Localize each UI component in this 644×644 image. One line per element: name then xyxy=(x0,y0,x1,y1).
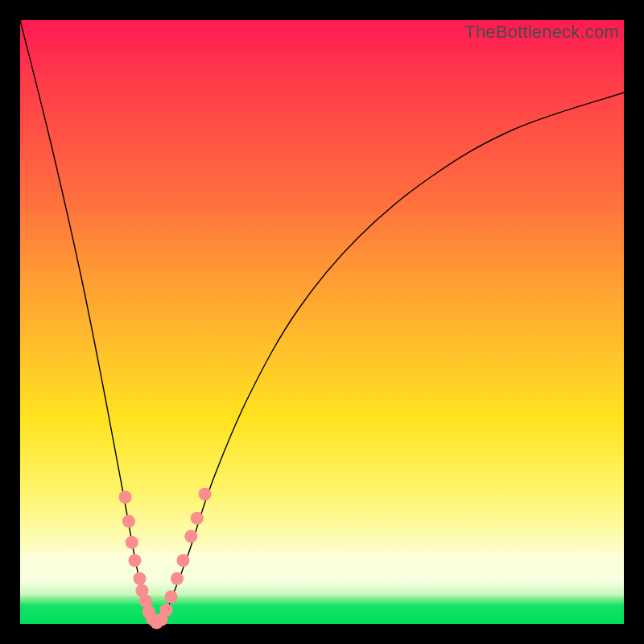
bottleneck-curve xyxy=(20,20,624,624)
highlight-dot xyxy=(129,554,142,567)
highlight-dot xyxy=(184,530,197,543)
chart-svg xyxy=(20,20,624,624)
highlight-dot xyxy=(199,488,212,501)
highlight-dots-group xyxy=(119,488,212,630)
highlight-dot xyxy=(139,595,152,608)
highlight-dot xyxy=(191,512,204,525)
highlight-dot xyxy=(160,604,173,617)
highlight-dot xyxy=(165,590,178,603)
chart-frame: TheBottleneck.com xyxy=(20,20,624,624)
highlight-dot xyxy=(177,554,190,567)
highlight-dot xyxy=(126,536,138,549)
highlight-dot xyxy=(119,491,132,504)
highlight-dot xyxy=(122,515,135,528)
highlight-dot xyxy=(134,572,147,585)
highlight-dot xyxy=(171,572,184,585)
